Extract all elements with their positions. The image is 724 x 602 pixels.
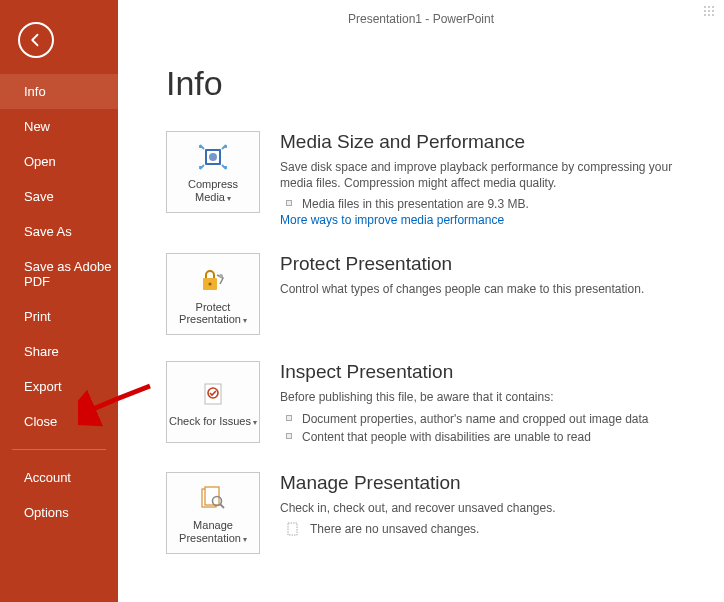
nav-options[interactable]: Options — [0, 495, 118, 530]
check-issues-label: Check for Issues▾ — [169, 415, 257, 428]
inspect-bullet-0: Document properties, author's name and c… — [280, 410, 704, 428]
check-issues-button[interactable]: Check for Issues▾ — [166, 361, 260, 443]
svg-point-4 — [209, 282, 212, 285]
app-root: Info New Open Save Save As Save as Adobe… — [0, 0, 724, 602]
section-inspect: Check for Issues▾ Inspect Presentation B… — [166, 361, 704, 445]
document-icon — [286, 522, 300, 536]
nav-separator — [12, 449, 106, 450]
nav-save[interactable]: Save — [0, 179, 118, 214]
svg-line-11 — [220, 504, 224, 508]
nav-export[interactable]: Export — [0, 369, 118, 404]
main-panel: Presentation1 - PowerPoint Info — [118, 0, 724, 602]
backstage-sidebar: Info New Open Save Save As Save as Adobe… — [0, 0, 118, 602]
section-protect: Protect Presentation▾ Protect Presentati… — [166, 253, 704, 335]
compress-media-button[interactable]: Compress Media▾ — [166, 131, 260, 213]
protect-title: Protect Presentation — [280, 253, 704, 275]
titlebar: Presentation1 - PowerPoint — [118, 0, 724, 38]
svg-point-5 — [219, 274, 223, 278]
nav-info[interactable]: Info — [0, 74, 118, 109]
back-button[interactable] — [18, 22, 54, 58]
arrow-left-icon — [27, 31, 45, 49]
nav-save-as[interactable]: Save As — [0, 214, 118, 249]
manage-title: Manage Presentation — [280, 472, 704, 494]
protect-label: Protect Presentation▾ — [169, 301, 257, 326]
titlebar-text: Presentation1 - PowerPoint — [348, 12, 494, 26]
nav-print[interactable]: Print — [0, 299, 118, 334]
inspect-desc: Before publishing this file, be aware th… — [280, 389, 704, 405]
page-title: Info — [166, 64, 704, 103]
nav-account[interactable]: Account — [0, 460, 118, 495]
svg-point-2 — [209, 153, 217, 161]
media-bullet: Media files in this presentation are 9.3… — [280, 195, 704, 213]
section-protect-body: Protect Presentation Control what types … — [280, 253, 704, 335]
protect-presentation-button[interactable]: Protect Presentation▾ — [166, 253, 260, 335]
media-link[interactable]: More ways to improve media performance — [280, 213, 704, 227]
svg-rect-12 — [288, 523, 297, 535]
inspect-title: Inspect Presentation — [280, 361, 704, 383]
manage-presentation-button[interactable]: Manage Presentation▾ — [166, 472, 260, 554]
section-inspect-body: Inspect Presentation Before publishing t… — [280, 361, 704, 445]
compress-media-label: Compress Media▾ — [169, 178, 257, 203]
protect-desc: Control what types of changes people can… — [280, 281, 704, 297]
check-issues-icon — [200, 377, 226, 411]
manage-icon — [199, 481, 227, 515]
protect-icon — [199, 263, 227, 297]
nav-share[interactable]: Share — [0, 334, 118, 369]
section-manage-body: Manage Presentation Check in, check out,… — [280, 472, 704, 554]
nav-open[interactable]: Open — [0, 144, 118, 179]
media-title: Media Size and Performance — [280, 131, 704, 153]
inspect-bullet-1: Content that people with disabilities ar… — [280, 428, 704, 446]
window-grip-icon — [696, 6, 714, 20]
compress-media-icon — [198, 140, 228, 174]
nav-new[interactable]: New — [0, 109, 118, 144]
nav-save-as-adobe-pdf[interactable]: Save as Adobe PDF — [0, 249, 118, 299]
nav-list: Info New Open Save Save As Save as Adobe… — [0, 74, 118, 530]
manage-desc: Check in, check out, and recover unsaved… — [280, 500, 704, 516]
manage-bullet: There are no unsaved changes. — [280, 520, 704, 538]
section-media-body: Media Size and Performance Save disk spa… — [280, 131, 704, 227]
manage-label: Manage Presentation▾ — [169, 519, 257, 544]
nav-close[interactable]: Close — [0, 404, 118, 439]
media-desc: Save disk space and improve playback per… — [280, 159, 704, 191]
section-manage: Manage Presentation▾ Manage Presentation… — [166, 472, 704, 554]
section-media: Compress Media▾ Media Size and Performan… — [166, 131, 704, 227]
